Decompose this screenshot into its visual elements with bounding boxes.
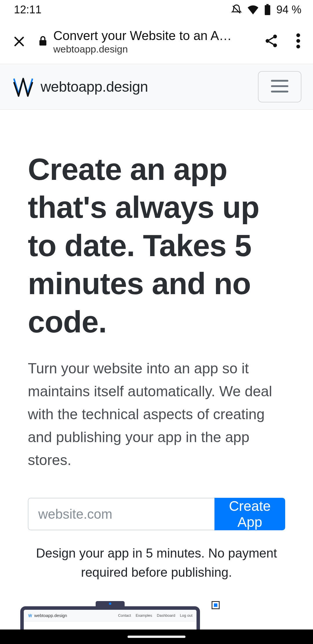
battery-icon <box>264 4 271 15</box>
page-title: Convert your Website to an A… <box>53 28 232 43</box>
svg-rect-1 <box>265 5 270 15</box>
create-app-form: Create App <box>28 498 285 530</box>
android-status-bar: 12:11 94 % <box>0 0 313 19</box>
illus-link: Contact <box>118 613 131 618</box>
brand-name: webtoapp.design <box>41 78 148 95</box>
hero-headline: Create an app that's always up to date. … <box>28 150 285 341</box>
browser-toolbar: Convert your Website to an A… webtoapp.d… <box>0 19 313 64</box>
android-nav-bar <box>0 629 313 644</box>
svg-rect-0 <box>267 4 269 5</box>
notifications-off-icon <box>231 4 242 15</box>
nav-toggle-button[interactable] <box>258 71 301 102</box>
laptop-illustration: webtoapp.design Contact Examples Dashboa… <box>20 601 200 629</box>
svg-point-8 <box>296 45 300 48</box>
status-time: 12:11 <box>14 3 41 16</box>
website-url-input[interactable] <box>28 498 214 530</box>
illus-link: Log out <box>180 613 192 618</box>
illus-link: Examples <box>136 613 152 618</box>
wifi-icon <box>247 5 259 15</box>
page-host: webtoapp.design <box>53 44 232 55</box>
more-menu-button[interactable] <box>296 33 300 50</box>
close-button[interactable] <box>10 35 28 48</box>
battery-percent: 94 % <box>276 3 301 16</box>
svg-point-6 <box>296 33 300 37</box>
svg-point-7 <box>296 39 300 43</box>
brand[interactable]: webtoapp.design <box>12 75 148 98</box>
illus-link: Dashboard <box>157 613 175 618</box>
share-button[interactable] <box>264 33 279 50</box>
hero-section: Create an app that's always up to date. … <box>0 110 313 582</box>
create-app-button[interactable]: Create App <box>214 498 285 530</box>
brand-logo-icon <box>12 75 35 98</box>
home-indicator[interactable] <box>128 636 185 638</box>
illus-brand: webtoapp.design <box>34 613 67 618</box>
svg-point-3 <box>273 35 277 38</box>
site-navbar: webtoapp.design <box>0 64 313 110</box>
hamburger-icon <box>271 79 289 94</box>
svg-rect-2 <box>39 40 46 46</box>
lock-icon <box>38 35 48 48</box>
hero-note: Design your app in 5 minutes. No payment… <box>28 544 285 582</box>
svg-point-4 <box>266 39 270 43</box>
svg-point-5 <box>273 44 277 47</box>
cursor-marker-icon <box>212 601 220 609</box>
hero-subhead: Turn your website into an app so it main… <box>28 357 285 472</box>
